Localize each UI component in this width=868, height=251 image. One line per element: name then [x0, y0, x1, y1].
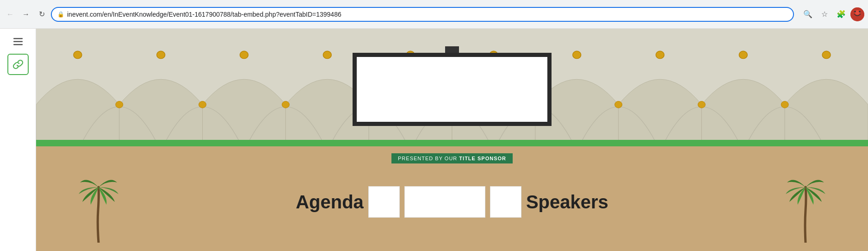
speakers-section: Speakers [490, 186, 608, 218]
svg-point-8 [116, 101, 123, 108]
link-button[interactable] [7, 54, 29, 75]
svg-point-3 [859, 11, 861, 12]
svg-point-25 [739, 51, 747, 58]
toolbar-right: 🔍 ☆ 🧩 [800, 7, 864, 22]
svg-rect-6 [13, 44, 23, 45]
bottom-panels: Agenda Speakers [36, 153, 868, 251]
svg-point-1 [855, 10, 860, 15]
search-icon[interactable]: 🔍 [800, 7, 815, 22]
svg-point-10 [282, 101, 289, 108]
hamburger-menu-icon[interactable] [12, 35, 25, 48]
svg-rect-4 [13, 38, 23, 39]
avatar[interactable] [850, 7, 864, 21]
svg-point-23 [573, 51, 581, 58]
lock-icon: 🔒 [57, 11, 64, 18]
main-area: PRESENTED BY OUR TITLE SPONSOR Agenda Sp… [36, 29, 868, 251]
svg-point-15 [698, 101, 705, 108]
screen-mount [445, 46, 459, 53]
center-sponsor-box [404, 186, 485, 218]
svg-point-16 [781, 101, 788, 108]
svg-point-26 [822, 51, 831, 58]
svg-point-9 [199, 101, 206, 108]
svg-point-14 [615, 101, 622, 108]
screen-frame [353, 53, 552, 126]
svg-point-18 [157, 51, 165, 58]
address-bar[interactable]: 🔒 inevent.com/en/InEventKnowledge/Event0… [51, 7, 794, 22]
agenda-white-box [368, 186, 400, 218]
svg-rect-5 [13, 41, 23, 43]
back-button[interactable]: ← [4, 8, 17, 21]
extensions-icon[interactable]: 🧩 [834, 7, 849, 22]
svg-point-2 [854, 11, 856, 12]
speakers-label: Speakers [526, 192, 608, 213]
svg-point-19 [240, 51, 248, 58]
agenda-section: Agenda [296, 186, 400, 218]
screen-container [353, 46, 552, 126]
bookmark-icon[interactable]: ☆ [817, 7, 832, 22]
page-content: PRESENTED BY OUR TITLE SPONSOR Agenda Sp… [0, 29, 868, 251]
speakers-white-box [490, 186, 521, 218]
reload-button[interactable]: ↻ [35, 8, 48, 21]
sidebar [0, 29, 36, 251]
agenda-label: Agenda [296, 192, 364, 213]
svg-point-20 [323, 51, 331, 58]
green-stripe [36, 140, 868, 146]
svg-point-17 [74, 51, 82, 58]
forward-button[interactable]: → [19, 8, 32, 21]
svg-point-24 [656, 51, 664, 58]
url-text: inevent.com/en/InEventKnowledge/Event01-… [67, 11, 787, 18]
browser-chrome: ← → ↻ 🔒 inevent.com/en/InEventKnowledge/… [0, 0, 868, 29]
screen-display [357, 57, 547, 122]
